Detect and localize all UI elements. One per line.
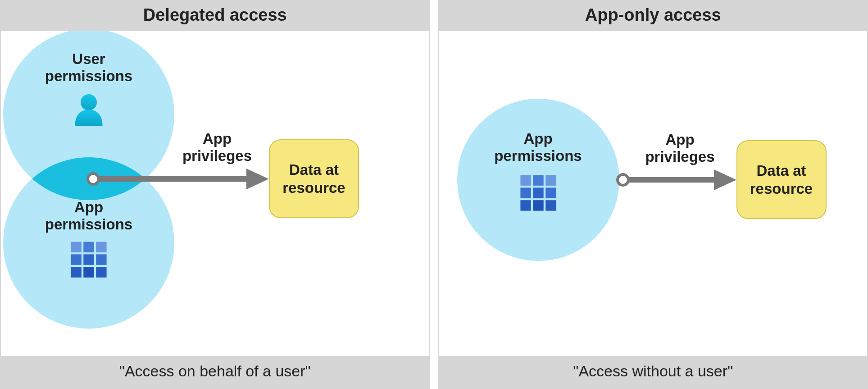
svg-rect-21 xyxy=(520,175,531,185)
svg-rect-12 xyxy=(83,254,94,265)
arrow-label-right: App privileges xyxy=(635,131,725,165)
panel-footer-right: "Access without a user" xyxy=(439,356,868,388)
panel-app-only-access: App-only access App permissions xyxy=(438,0,868,389)
data-box-label-left: Data at resource xyxy=(282,161,345,197)
svg-rect-23 xyxy=(545,175,556,185)
svg-rect-16 xyxy=(96,267,106,277)
svg-rect-15 xyxy=(83,267,94,277)
svg-marker-19 xyxy=(714,169,736,190)
panel-body-left: User permissions App permissions xyxy=(1,31,429,356)
data-box-label-right: Data at resource xyxy=(750,162,813,197)
user-icon xyxy=(68,90,109,131)
svg-rect-25 xyxy=(533,188,543,198)
panel-body-right: App permissions App privileges Data at r… xyxy=(439,31,868,356)
app-permissions-circle-right: App permissions xyxy=(457,99,619,261)
panel-footer-left: "Access on behalf of a user" xyxy=(1,356,429,388)
panel-delegated-access: Delegated access User permissions xyxy=(0,0,430,389)
svg-rect-28 xyxy=(533,200,543,211)
svg-rect-24 xyxy=(520,188,531,198)
svg-rect-10 xyxy=(96,242,106,252)
data-box-right: Data at resource xyxy=(736,140,827,219)
svg-rect-27 xyxy=(520,200,531,211)
grid-icon xyxy=(68,239,109,280)
svg-rect-14 xyxy=(71,267,81,277)
user-permissions-label: User permissions xyxy=(45,50,132,85)
svg-rect-22 xyxy=(533,175,543,185)
data-box-left: Data at resource xyxy=(269,139,359,218)
svg-rect-8 xyxy=(71,242,81,252)
svg-rect-9 xyxy=(83,242,94,252)
svg-rect-13 xyxy=(96,254,106,265)
panel-title-right: App-only access xyxy=(439,1,868,31)
app-permissions-label-left: App permissions xyxy=(45,199,132,233)
grid-icon xyxy=(518,173,559,213)
svg-marker-5 xyxy=(246,169,269,189)
svg-point-7 xyxy=(81,94,97,110)
svg-rect-29 xyxy=(545,200,556,211)
app-permissions-label-right: App permissions xyxy=(494,130,582,165)
app-permissions-circle-left: App permissions xyxy=(3,157,174,329)
arrow-label-left: App privileges xyxy=(172,130,262,165)
panel-title-left: Delegated access xyxy=(1,1,429,31)
svg-rect-11 xyxy=(71,254,81,265)
svg-rect-26 xyxy=(545,188,556,198)
